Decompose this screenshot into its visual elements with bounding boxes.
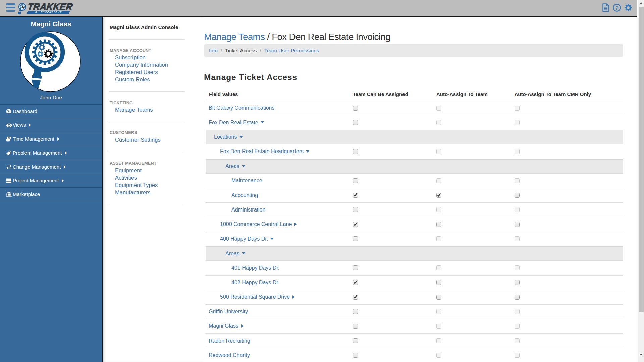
svg-text:?: ?: [615, 5, 618, 11]
